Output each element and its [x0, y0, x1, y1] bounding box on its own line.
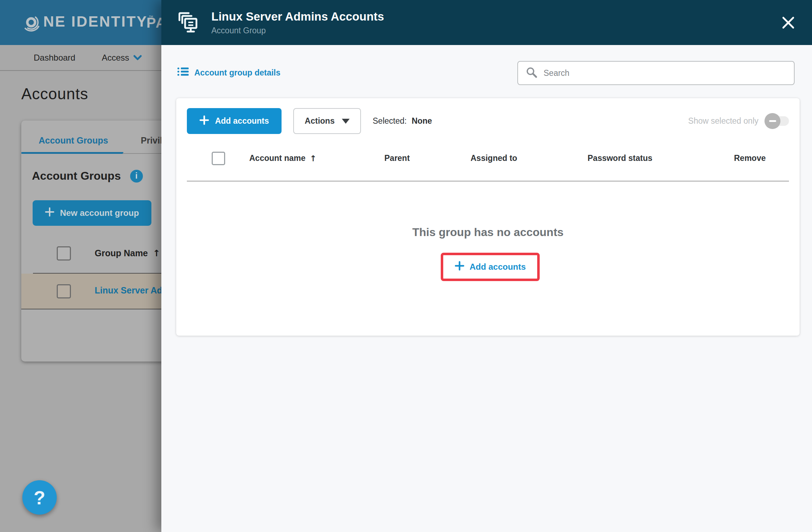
- empty-state-add-accounts-link[interactable]: Add accounts: [455, 261, 526, 273]
- page-title: Accounts: [21, 85, 88, 103]
- actions-label: Actions: [305, 116, 334, 126]
- actions-dropdown-button[interactable]: Actions: [293, 108, 361, 134]
- group-name-column-header[interactable]: Group Name ↑: [95, 248, 160, 258]
- plus-icon: [199, 115, 209, 127]
- panel-header: Linux Server Admins Accounts Account Gro…: [161, 0, 812, 45]
- active-tab-underline: [21, 152, 123, 154]
- show-selected-toggle[interactable]: [766, 116, 789, 126]
- select-all-groups-checkbox[interactable]: [57, 246, 71, 261]
- help-button[interactable]: ?: [22, 480, 57, 515]
- group-row-link[interactable]: Linux Server Ad: [95, 285, 162, 296]
- show-selected-only-control: Show selected only: [688, 108, 789, 134]
- info-icon[interactable]: i: [130, 170, 143, 183]
- nav-access-label: Access: [102, 53, 129, 63]
- annotation-highlight-box: Add accounts: [441, 253, 540, 281]
- column-header-account-name[interactable]: Account name ↑: [249, 153, 317, 163]
- one-identity-logo-mark-icon: [22, 12, 43, 33]
- brand-name: NE IDENTITY: [43, 12, 148, 31]
- panel-title: Linux Server Admins Accounts: [211, 10, 384, 23]
- app-screen: NE IDENTITY ™ PA Dashboard Access Accoun…: [0, 0, 812, 532]
- chevron-down-icon: [133, 53, 142, 63]
- select-all-accounts-checkbox[interactable]: [212, 152, 225, 165]
- account-group-details-link[interactable]: Account group details: [177, 67, 280, 79]
- main-nav: Dashboard Access: [0, 45, 161, 71]
- one-identity-logo: NE IDENTITY ™: [22, 12, 153, 33]
- card-toolbar: Add accounts Actions Selected: None: [187, 108, 432, 134]
- column-header-assigned-to[interactable]: Assigned to: [471, 153, 517, 163]
- accounts-table-card: Add accounts Actions Selected: None Show…: [176, 98, 800, 336]
- account-name-label: Account name: [249, 153, 305, 163]
- new-account-group-button[interactable]: New account group: [33, 200, 151, 226]
- panel-header-titles: Linux Server Admins Accounts Account Gro…: [211, 10, 384, 35]
- new-account-group-label: New account group: [60, 208, 139, 218]
- group-name-label: Group Name: [95, 248, 148, 258]
- sort-ascending-icon: ↑: [310, 154, 316, 163]
- empty-state-message: This group has no accounts: [176, 226, 800, 239]
- toggle-knob: [764, 113, 780, 129]
- plus-icon: [455, 261, 465, 273]
- add-accounts-label: Add accounts: [215, 116, 269, 126]
- empty-add-accounts-label: Add accounts: [469, 262, 526, 272]
- column-header-password-status[interactable]: Password status: [588, 153, 652, 163]
- section-title: Account Groups: [32, 169, 121, 183]
- search-icon: [526, 67, 537, 79]
- panel-subtitle: Account Group: [211, 26, 384, 35]
- account-group-panel: Linux Server Admins Accounts Account Gro…: [161, 0, 812, 532]
- account-group-stacked-screens-icon: [177, 11, 198, 34]
- tab-privileged-partial[interactable]: Privil: [141, 135, 162, 146]
- add-accounts-button[interactable]: Add accounts: [187, 108, 282, 134]
- sort-ascending-icon: ↑: [153, 248, 160, 258]
- selected-value: None: [412, 116, 432, 126]
- toggle-disabled-dash-icon: [769, 120, 776, 122]
- plus-icon: [45, 207, 54, 219]
- table-header-divider: [187, 181, 789, 181]
- selected-summary: Selected: None: [373, 116, 432, 126]
- show-selected-only-label: Show selected only: [688, 116, 758, 126]
- account-group-details-label: Account group details: [194, 68, 280, 78]
- search-input[interactable]: [544, 68, 786, 78]
- nav-item-dashboard[interactable]: Dashboard: [34, 53, 75, 63]
- close-icon[interactable]: [781, 16, 795, 30]
- selected-label: Selected:: [373, 116, 407, 126]
- column-header-remove: Remove: [734, 153, 766, 163]
- search-box[interactable]: [517, 61, 795, 85]
- column-header-parent[interactable]: Parent: [384, 153, 410, 163]
- nav-item-access[interactable]: Access: [102, 53, 142, 63]
- group-row-checkbox[interactable]: [57, 284, 71, 298]
- tab-account-groups[interactable]: Account Groups: [39, 135, 108, 146]
- caret-down-icon: [342, 119, 350, 124]
- list-details-icon: [177, 67, 189, 79]
